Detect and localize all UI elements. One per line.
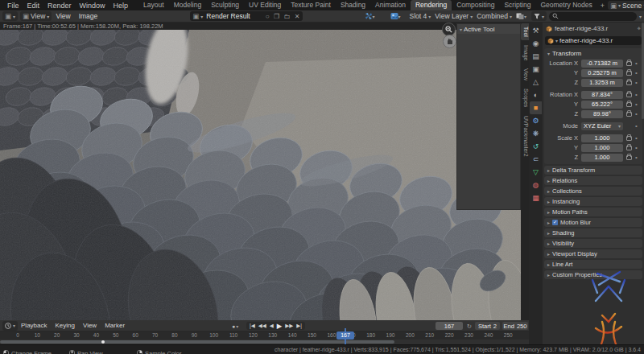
animate-dot[interactable]: • — [635, 62, 638, 65]
sidebar-tab-view[interactable]: View — [521, 65, 529, 84]
mode-dropdown[interactable]: XYZ Euler▾ — [581, 122, 623, 130]
properties-tab-material[interactable]: ◍ — [530, 179, 542, 191]
value-field[interactable]: 89.98° — [581, 110, 623, 118]
sidebar-tab-image[interactable]: Image — [521, 42, 529, 64]
new-image-icon[interactable]: ❐ — [274, 13, 279, 20]
image-editor-menu-image[interactable]: Image — [75, 12, 102, 20]
pan-hand-cursor[interactable] — [443, 35, 456, 48]
properties-tab-scene[interactable]: △ — [530, 76, 542, 88]
image-datablock-selector[interactable]: ▣ ▾ Render Result ○ ❐ 🗀 ✕ — [190, 11, 302, 21]
value-field[interactable]: 1.3253 m — [581, 79, 623, 87]
timeline-ruler[interactable]: 167 010203040506070809010011012013014015… — [0, 331, 529, 340]
workspace-tab-layout[interactable]: Layout — [138, 0, 169, 10]
properties-tab-world[interactable]: ◐ — [530, 88, 542, 101]
transform-panel-header[interactable]: ▾ Transform — [544, 48, 642, 58]
lock-icon[interactable] — [626, 61, 632, 66]
animate-dot[interactable]: • — [635, 113, 638, 116]
add-workspace-button[interactable]: + — [597, 2, 608, 10]
workspace-tab-texture-paint[interactable]: Texture Paint — [286, 0, 336, 10]
jump-start-button[interactable]: |◀ — [250, 323, 255, 329]
menu-file[interactable]: File — [3, 2, 23, 10]
timeline-menu-playback[interactable]: Playback — [18, 322, 50, 329]
timeline-menu-view[interactable]: View — [80, 322, 100, 329]
value-field[interactable]: 87.834° — [581, 91, 623, 99]
play-button[interactable]: ▶ — [277, 322, 283, 330]
open-image-icon[interactable]: 🗀 — [283, 13, 290, 20]
timeline-menu-keying[interactable]: Keying — [52, 322, 77, 329]
sidebar-tab-tool[interactable]: Tool — [521, 23, 529, 40]
workspace-tab-modeling[interactable]: Modeling — [169, 0, 207, 10]
motion-blur-checkbox[interactable]: ✓ — [552, 220, 558, 225]
animate-dot[interactable]: • — [635, 125, 638, 128]
display-channels-dropdown[interactable]: ▾ — [390, 12, 401, 20]
workspace-tab-geometry-nodes[interactable]: Geometry Nodes — [535, 0, 597, 10]
auto-keying-toggle[interactable]: ● ▾ — [232, 322, 238, 330]
sync-range-icon[interactable]: ↻ — [465, 322, 473, 330]
animate-dot[interactable]: • — [635, 93, 638, 97]
lock-icon[interactable] — [626, 155, 632, 160]
keyframe-dot[interactable] — [101, 340, 105, 344]
workspace-tab-uv-editing[interactable]: UV Editing — [244, 0, 286, 10]
pass-dropdown[interactable]: Combined ▾ — [477, 12, 512, 20]
menu-edit[interactable]: Edit — [23, 2, 44, 10]
scene-selector[interactable]: ▣ ▾ Scene ⌖ ❐ ✕ — [608, 1, 644, 10]
animate-dot[interactable]: • — [635, 146, 638, 150]
animate-dot[interactable]: • — [635, 103, 638, 106]
sidebar-tab-scopes[interactable]: Scopes — [521, 85, 529, 110]
pin-icon[interactable]: ⌖ — [637, 25, 641, 33]
object-name-field[interactable]: ▾ feather-ridge-433.r — [545, 36, 642, 45]
properties-tab-data[interactable]: ▽ — [530, 166, 542, 179]
properties-tab-object[interactable]: ■ — [530, 101, 542, 114]
fake-user-icon[interactable]: ○ — [266, 13, 270, 20]
properties-tab-modifiers[interactable]: ⚙ — [530, 114, 542, 127]
channels-toggle[interactable]: ▾ — [516, 12, 526, 20]
prev-frame-button[interactable]: ◀ — [270, 323, 274, 329]
value-field[interactable]: 1.000 — [581, 144, 623, 152]
options-dropdown[interactable]: ▾ — [639, 14, 642, 19]
lock-icon[interactable] — [626, 93, 632, 97]
editor-type-button[interactable]: ▾ — [2, 321, 18, 331]
animate-dot[interactable]: • — [635, 137, 638, 140]
lock-icon[interactable] — [626, 146, 632, 150]
lock-icon[interactable] — [626, 136, 632, 141]
prev-keyframe-button[interactable]: ◀◀ — [258, 323, 266, 329]
jump-end-button[interactable]: ▶| — [296, 323, 302, 329]
workspace-tab-scripting[interactable]: Scripting — [499, 0, 535, 10]
properties-tab-view-layer[interactable]: ▣ — [530, 63, 542, 76]
lock-icon[interactable] — [626, 71, 632, 76]
timeline-scrollbar[interactable] — [0, 340, 394, 344]
animate-dot[interactable]: • — [635, 72, 638, 75]
panel-instancing[interactable]: ▸Instancing — [544, 197, 642, 206]
panel-collections[interactable]: ▸Collections — [544, 187, 642, 196]
properties-filter-button[interactable]: ▾ — [531, 11, 547, 21]
panel-shading[interactable]: ▸Shading — [544, 228, 642, 237]
properties-tab-particles[interactable]: ❋ — [530, 127, 542, 140]
value-field[interactable]: 1.000 — [581, 134, 623, 142]
workspace-tab-shading[interactable]: Shading — [336, 0, 370, 10]
gizmos-dropdown[interactable]: ▾ — [365, 12, 375, 20]
properties-tab-tool[interactable]: ⚒ — [530, 24, 542, 37]
panel-motion-blur[interactable]: ▸✓Motion Blur — [544, 218, 642, 227]
menu-render[interactable]: Render — [43, 2, 76, 10]
panel-delta-transform[interactable]: ▸Delta Transform — [544, 166, 642, 175]
properties-tab-physics[interactable]: ↺ — [530, 140, 542, 153]
menu-help[interactable]: Help — [109, 2, 133, 10]
value-field[interactable]: 0.25275 m — [581, 69, 623, 77]
properties-tab-texture[interactable]: ▦ — [530, 191, 542, 204]
workspace-tab-compositing[interactable]: Compositing — [452, 0, 499, 10]
value-field[interactable]: 65.222° — [581, 101, 623, 109]
frame-start-field[interactable]: Start 2 — [475, 322, 500, 330]
panel-visibility[interactable]: ▸Visibility — [544, 239, 642, 248]
lock-icon[interactable] — [626, 112, 632, 117]
menu-window[interactable]: Window — [76, 2, 109, 10]
slot-dropdown[interactable]: Slot 4 ▾ — [410, 12, 431, 20]
animate-dot[interactable]: • — [635, 81, 638, 84]
panel-motion-paths[interactable]: ▸Motion Paths — [544, 208, 642, 216]
mode-dropdown[interactable]: ▣ View ▾ — [20, 11, 52, 21]
value-field[interactable]: -0.71382 m — [581, 60, 623, 68]
sidebar-tab-uvpackmaster2[interactable]: UVPackmaster2 — [521, 113, 529, 160]
lock-icon[interactable] — [626, 80, 632, 85]
panel-viewport-display[interactable]: ▸Viewport Display — [544, 249, 642, 258]
layer-dropdown[interactable]: View Layer ▾ — [435, 12, 473, 20]
current-frame-field[interactable]: 167 — [436, 322, 463, 330]
